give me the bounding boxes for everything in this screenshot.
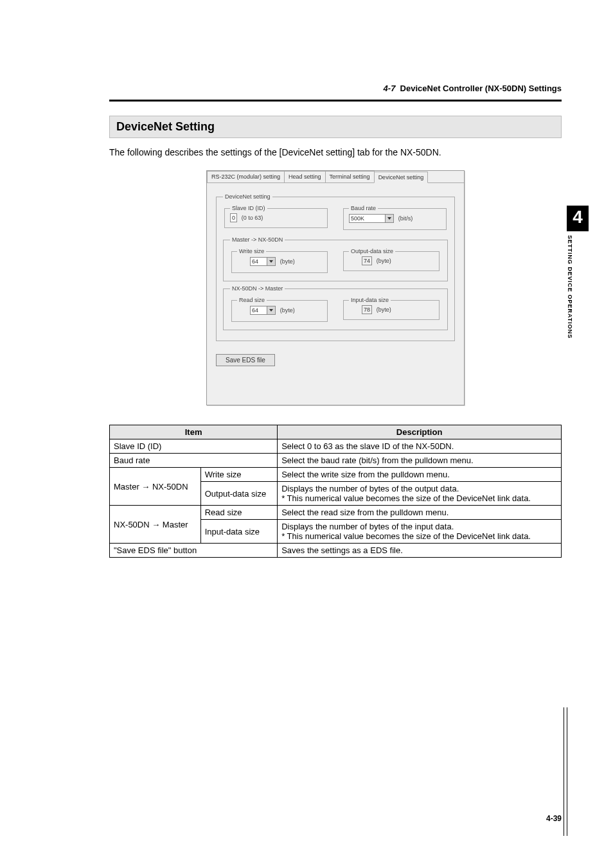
- slave-id-range: (0 to 63): [242, 215, 263, 221]
- td-save-eds-desc: Saves the settings as a EDS file.: [278, 544, 562, 558]
- slave-id-input[interactable]: 0: [230, 213, 237, 222]
- chevron-down-icon: [267, 306, 275, 314]
- write-size-legend: Write size: [237, 248, 266, 254]
- write-size-unit: (byte): [280, 258, 295, 265]
- td-write-size-desc: Select the write size from the pulldown …: [278, 468, 562, 482]
- intro-text: The following describes the settings of …: [109, 147, 562, 157]
- td-input-desc-line2: * This numerical value becomes the size …: [281, 531, 531, 541]
- output-data-size-legend: Output-data size: [349, 248, 395, 254]
- td-write-size: Write size: [200, 468, 277, 482]
- header-section-number: 4-7: [384, 84, 396, 93]
- th-desc: Description: [278, 425, 562, 439]
- td-read-size: Read size: [200, 506, 277, 520]
- slave-id-legend: Slave ID (ID): [230, 205, 267, 211]
- baud-rate-value: 500K: [351, 215, 364, 222]
- group-master-to-nx50dn: Master -> NX-50DN Write size 64 (byte): [223, 236, 448, 281]
- dialog-screenshot: RS-232C (modular) setting Head setting T…: [206, 170, 465, 405]
- master-to-nx50dn-legend: Master -> NX-50DN: [230, 236, 285, 243]
- write-size-value: 64: [252, 258, 258, 265]
- group-read-size: Read size 64 (byte): [231, 297, 328, 322]
- group-nx50dn-to-master: NX-50DN -> Master Read size 64 (byte): [223, 285, 448, 330]
- td-master-to-nx50dn: Master → NX-50DN: [110, 468, 201, 506]
- chapter-side-tab: 4 SETTING DEVICE OPERATIONS: [567, 206, 589, 364]
- header-rule: [109, 100, 562, 102]
- tab-head-setting[interactable]: Head setting: [284, 171, 326, 182]
- group-input-data-size: Input-data size 78 (byte): [343, 297, 440, 320]
- th-item: Item: [110, 425, 278, 439]
- description-table: Item Description Slave ID (ID) Select 0 …: [109, 425, 562, 558]
- td-output-data-size: Output-data size: [200, 482, 277, 506]
- group-baud-rate: Baud rate 500K (bit/s): [343, 205, 447, 230]
- td-save-eds: "Save EDS file" button: [110, 544, 278, 558]
- input-data-size-legend: Input-data size: [349, 297, 391, 303]
- page-header: 4-7 DeviceNet Controller (NX-50DN) Setti…: [384, 84, 562, 93]
- output-data-size-field: 74: [362, 256, 372, 265]
- footer-rule: [564, 707, 564, 836]
- group-output-data-size: Output-data size 74 (byte): [343, 248, 440, 271]
- input-data-size-field: 78: [362, 305, 372, 314]
- baud-rate-unit: (bit/s): [398, 215, 413, 222]
- td-output-desc-line1: Displays the number of bytes of the outp…: [281, 484, 459, 493]
- td-slave-id-desc: Select 0 to 63 as the slave ID of the NX…: [278, 439, 562, 454]
- td-output-desc-line2: * This numerical value becomes the size …: [281, 493, 531, 503]
- chevron-down-icon: [267, 258, 275, 265]
- td-read-size-desc: Select the read size from the pulldown m…: [278, 506, 562, 520]
- chevron-down-icon: [385, 215, 393, 222]
- chapter-title-vertical: SETTING DEVICE OPERATIONS: [567, 235, 573, 364]
- section-title: DeviceNet Setting: [109, 116, 562, 138]
- group-write-size: Write size 64 (byte): [231, 248, 328, 273]
- tab-devicenet-setting[interactable]: DeviceNet setting: [374, 172, 429, 183]
- group-devicenet-legend: DeviceNet setting: [223, 193, 272, 200]
- td-nx50dn-to-master: NX-50DN → Master: [110, 506, 201, 544]
- footer-rule-inner: [567, 707, 567, 836]
- td-input-data-size-desc: Displays the number of bytes of the inpu…: [278, 520, 562, 544]
- group-devicenet-setting: DeviceNet setting Slave ID (ID) 0 (0 to …: [216, 193, 455, 341]
- header-section-title: DeviceNet Controller (NX-50DN) Settings: [400, 84, 562, 93]
- td-slave-id: Slave ID (ID): [110, 439, 278, 454]
- write-size-select[interactable]: 64: [250, 257, 276, 266]
- read-size-value: 64: [252, 307, 258, 314]
- nx50dn-to-master-legend: NX-50DN -> Master: [230, 285, 285, 292]
- td-output-data-size-desc: Displays the number of bytes of the outp…: [278, 482, 562, 506]
- read-size-select[interactable]: 64: [250, 306, 276, 315]
- dialog-tabstrip: RS-232C (modular) setting Head setting T…: [207, 171, 464, 183]
- save-eds-file-button[interactable]: Save EDS file: [216, 354, 275, 366]
- group-slave-id: Slave ID (ID) 0 (0 to 63): [224, 205, 328, 228]
- td-input-desc-line1: Displays the number of bytes of the inpu…: [281, 522, 454, 531]
- chapter-number: 4: [567, 206, 589, 231]
- input-data-size-unit: (byte): [377, 306, 391, 313]
- tab-rs232c[interactable]: RS-232C (modular) setting: [207, 171, 285, 182]
- baud-rate-select[interactable]: 500K: [349, 214, 394, 223]
- page-number: 4-39: [546, 814, 562, 823]
- baud-rate-legend: Baud rate: [349, 205, 378, 211]
- td-input-data-size: Input-data size: [200, 520, 277, 544]
- read-size-legend: Read size: [237, 297, 267, 303]
- td-baud-rate-desc: Select the baud rate (bit/s) from the pu…: [278, 454, 562, 468]
- output-data-size-unit: (byte): [377, 258, 391, 264]
- td-baud-rate: Baud rate: [110, 454, 278, 468]
- read-size-unit: (byte): [280, 307, 295, 314]
- tab-terminal-setting[interactable]: Terminal setting: [325, 171, 375, 182]
